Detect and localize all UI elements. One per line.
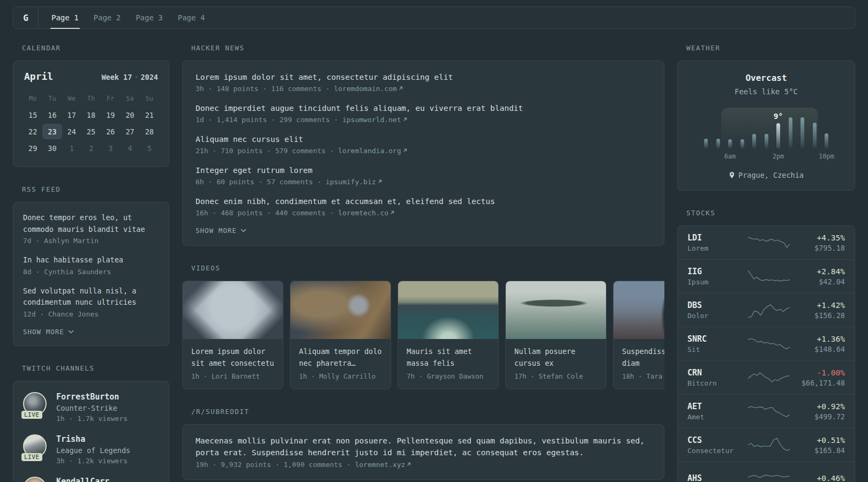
video-title[interactable]: Nullam posuerecursus ex xyxy=(514,346,597,369)
app-logo[interactable]: G xyxy=(13,7,39,28)
live-badge: LIVE xyxy=(21,453,42,461)
channel-name[interactable]: KendallCarr xyxy=(56,477,109,482)
calendar-day[interactable]: 26 xyxy=(101,124,120,139)
channel-avatar[interactable] xyxy=(23,477,47,482)
channel-name[interactable]: ForrestBurton xyxy=(56,392,128,402)
reddit-post-domain[interactable]: loremnet.xyz xyxy=(355,461,405,469)
calendar-day[interactable]: 24 xyxy=(62,124,81,139)
external-link-icon xyxy=(402,117,408,122)
calendar-day[interactable]: 28 xyxy=(140,124,159,139)
tab-page-1[interactable]: Page 1 xyxy=(44,7,86,28)
reddit-post-title[interactable]: Maecenas mollis pulvinar erat non posuer… xyxy=(196,435,651,459)
hn-item-title[interactable]: Integer eget rutrum lorem xyxy=(196,165,651,176)
stock-price: $156.28 xyxy=(814,311,845,320)
tab-page-2[interactable]: Page 2 xyxy=(86,7,129,28)
weather-hourly-chart: 9° xyxy=(704,115,828,148)
hn-item: Lorem ipsum dolor sit amet, consectetur … xyxy=(196,72,651,93)
calendar-day[interactable]: 20 xyxy=(120,107,139,123)
video-thumbnail[interactable] xyxy=(183,281,283,339)
stock-row: LDILorem +4.35%$795.18 xyxy=(678,226,855,259)
stock-sparkline xyxy=(746,401,791,421)
calendar-day[interactable]: 4 xyxy=(120,140,139,156)
stock-row: DBSDolor +1.42%$156.28 xyxy=(678,293,855,327)
stock-symbol[interactable]: IIG xyxy=(687,267,743,276)
stock-sparkline xyxy=(746,469,791,482)
weather-card: Overcast Feels like 5°C 9° 6am2pm10pm Pr… xyxy=(677,61,855,191)
calendar-day[interactable]: 27 xyxy=(120,124,139,139)
stock-name: Lorem xyxy=(687,244,743,252)
channel-name[interactable]: Trisha xyxy=(56,434,130,444)
videos-section-title: VIDEOS xyxy=(191,264,664,272)
weather-time-label: 2pm xyxy=(773,153,784,160)
stock-symbol[interactable]: DBS xyxy=(687,300,743,310)
calendar-day[interactable]: 29 xyxy=(23,140,42,156)
tab-page-4[interactable]: Page 4 xyxy=(170,7,213,28)
calendar-day[interactable]: 5 xyxy=(140,140,159,156)
weather-section: WEATHER Overcast Feels like 5°C 9° 6am2p… xyxy=(677,44,855,191)
hn-item-title[interactable]: Lorem ipsum dolor sit amet, consectetur … xyxy=(196,72,651,83)
hn-item-title[interactable]: Donec enim nibh, condimentum et accumsan… xyxy=(196,196,651,207)
stock-symbol[interactable]: AET xyxy=(687,402,743,411)
video-thumbnail[interactable] xyxy=(398,281,498,339)
hn-item-meta: 21h · 710 points · 579 comments · loreml… xyxy=(196,147,651,155)
stock-change: +1.42% xyxy=(814,301,845,310)
tab-page-3[interactable]: Page 3 xyxy=(128,7,170,28)
video-thumbnail[interactable] xyxy=(290,281,391,339)
stock-sparkline xyxy=(746,334,791,354)
hn-item-domain[interactable]: loremtech.co xyxy=(338,209,388,217)
hn-item-domain[interactable]: ipsumify.biz xyxy=(326,178,376,186)
rss-show-more-button[interactable]: SHOW MORE xyxy=(23,328,74,336)
rss-section-title: RSS FEED xyxy=(22,185,169,193)
stock-symbol[interactable]: AHS xyxy=(687,473,743,482)
rss-item-title[interactable]: Donec tempor eros leo, ut commodo mauris… xyxy=(23,212,159,235)
stock-symbol[interactable]: SNRC xyxy=(687,334,743,344)
hackernews-card: Lorem ipsum dolor sit amet, consectetur … xyxy=(182,61,664,246)
weather-bar xyxy=(789,117,792,148)
calendar-day[interactable]: 1 xyxy=(62,140,81,156)
rss-item-title[interactable]: Sed volutpat nulla nisl, a condimentum n… xyxy=(23,285,159,308)
calendar-day[interactable]: 3 xyxy=(101,140,120,156)
video-thumbnail[interactable] xyxy=(613,281,664,339)
channel-game: Counter-Strike xyxy=(56,404,128,412)
weather-condition: Overcast xyxy=(689,73,844,83)
dashboard-page: G Page 1 Page 2 Page 3 Page 4 CALENDAR A… xyxy=(0,0,868,482)
calendar-day[interactable]: 17 xyxy=(62,107,81,123)
stock-change: +2.84% xyxy=(817,267,845,276)
calendar-day[interactable]: 30 xyxy=(42,140,62,156)
video-title[interactable]: Mauris sit ametmassa felis xyxy=(407,346,490,369)
calendar-day[interactable]: 25 xyxy=(81,124,101,139)
hn-item-title[interactable]: Donec imperdiet augue tincidunt felis al… xyxy=(196,103,651,114)
stock-change: -1.00% xyxy=(802,368,845,377)
middle-column: HACKER NEWS Lorem ipsum dolor sit amet, … xyxy=(182,44,664,482)
weather-time-axis: 6am2pm10pm xyxy=(704,153,828,161)
hn-item-domain[interactable]: loremlandia.org xyxy=(338,147,401,155)
left-column: CALENDAR April Week 17·2024 MoTuWeThFrSa… xyxy=(13,44,169,482)
hn-item-meta: 3h · 148 points · 116 comments · loremdo… xyxy=(196,85,651,93)
hn-item-domain[interactable]: loremdomain.com xyxy=(334,85,396,93)
calendar-day[interactable]: 22 xyxy=(23,124,42,139)
stock-row: IIGIpsum +2.84%$42.04 xyxy=(678,259,855,293)
calendar-day[interactable]: 2 xyxy=(81,140,101,156)
reddit-post: Maecenas mollis pulvinar erat non posuer… xyxy=(196,435,651,469)
weather-bar xyxy=(728,139,732,148)
calendar-weekday: Sa xyxy=(120,91,139,106)
hn-show-more-button[interactable]: SHOW MORE xyxy=(196,227,246,235)
video-title[interactable]: Suspendissediam xyxy=(622,346,664,369)
hn-item-domain[interactable]: ipsumworld.net xyxy=(342,116,401,124)
video-title[interactable]: Lorem ipsum dolorsit amet consectetu… xyxy=(191,346,274,369)
calendar-day[interactable]: 18 xyxy=(81,107,101,123)
video-card: Nullam posuerecursus ex 17h · Stefan Col… xyxy=(505,281,607,389)
stock-symbol[interactable]: CRN xyxy=(687,368,743,378)
stock-symbol[interactable]: CCS xyxy=(687,435,743,445)
video-thumbnail[interactable] xyxy=(506,281,606,339)
calendar-day[interactable]: 19 xyxy=(101,107,120,123)
video-title[interactable]: Aliquam tempor dolornec pharetra… xyxy=(299,346,382,369)
hn-item-title[interactable]: Aliquam nec cursus elit xyxy=(196,134,651,145)
stock-symbol[interactable]: LDI xyxy=(687,233,743,243)
rss-item-title[interactable]: In hac habitasse platea xyxy=(23,254,159,266)
calendar-day[interactable]: 15 xyxy=(23,107,42,123)
calendar-day[interactable]: 16 xyxy=(42,107,62,123)
calendar-card: April Week 17·2024 MoTuWeThFrSaSu1516171… xyxy=(13,61,169,167)
calendar-day[interactable]: 21 xyxy=(140,107,159,123)
calendar-day-selected[interactable]: 23 xyxy=(42,124,62,139)
